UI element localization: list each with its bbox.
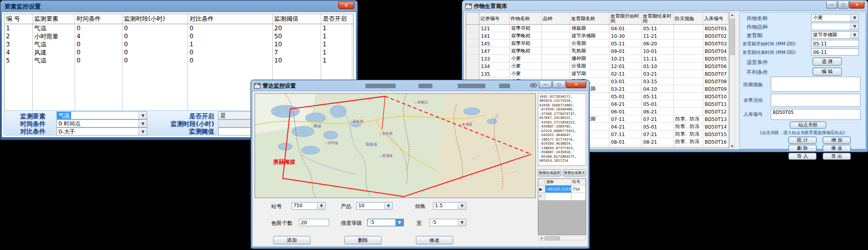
cell[interactable]: 04-21 [609,123,642,131]
cell[interactable]: 10 [273,40,321,48]
table-row[interactable]: 135小麦拔节期02-1103-21BD50T07 [466,70,729,78]
coordinates-textarea[interactable]: 3491.0172034571, 905914.13175410, 63458.… [538,93,586,166]
chevron-down-icon[interactable]: ▼ [139,112,147,119]
chevron-down-icon[interactable]: ▼ [458,203,466,209]
cell[interactable]: 750 [572,185,586,193]
cell[interactable]: 拔节期 [570,70,609,78]
cell[interactable]: 50 [273,32,321,40]
add-button[interactable]: 添加 [273,236,311,244]
cell[interactable] [674,32,703,40]
cell[interactable] [466,62,479,70]
cell[interactable]: 气温 [33,56,75,65]
table-row[interactable]: * [538,193,586,201]
cell[interactable]: BD50T12 [703,108,728,115]
cell[interactable]: 0 [122,24,188,32]
cell[interactable] [545,193,572,201]
cell[interactable]: BD50T06 [703,62,728,70]
cell[interactable]: BD50T08 [703,78,728,85]
record-id-input[interactable]: BD50T05 [771,109,860,120]
cell[interactable]: 06-01 [609,108,642,115]
cell[interactable]: 08-21 [642,138,674,146]
cell[interactable]: BD50T01 [703,25,728,32]
cell[interactable]: 气温 [33,40,75,48]
cell[interactable]: 11-21 [642,32,674,40]
scroll-up-icon[interactable]: ▲ [730,13,734,18]
cell[interactable]: BD50T03 [703,40,728,47]
cell[interactable]: 防寒、防冻 [674,123,703,131]
maximize-button[interactable]: ▢ [838,2,849,9]
cell[interactable] [542,25,570,32]
cell[interactable]: 气温 [33,24,75,32]
stat-button[interactable]: 统 计 [788,137,817,144]
header-row[interactable]: 坐标站号 [538,179,586,185]
intensity-combo[interactable]: -5 ▼ [367,219,404,226]
cell[interactable]: 分蘖期 [570,62,609,70]
cell[interactable]: 5 [5,56,33,65]
title-bar[interactable]: 作物生育期库 — ▢ ✕ [463,2,866,11]
cell[interactable]: 防寒、防冻 [674,138,703,146]
cell[interactable]: BD50T15 [703,131,728,138]
table-row[interactable]: 133小麦播种期10-2111-11BD50T05 [466,55,729,62]
cell[interactable]: 03-21 [642,70,674,78]
element-combo[interactable]: 气温 ▼ [56,111,147,119]
cell[interactable]: BD50T09 [703,85,728,93]
cell[interactable]: 2 [5,32,33,40]
cell[interactable]: 05-11 [642,93,674,100]
cell[interactable]: 07-11 [609,131,642,138]
station-link-button[interactable]: 站点关联 [790,121,826,129]
cell[interactable]: 乳熟期 [570,47,609,55]
chevron-down-icon[interactable]: ▼ [395,219,403,226]
cell[interactable]: 20 [273,24,321,32]
cell[interactable] [542,55,570,62]
cell[interactable] [674,100,703,108]
modify-button[interactable]: 修改 [416,236,453,244]
stage-combo[interactable]: 拔节孕穗期 ▼ [811,31,859,39]
column-header[interactable]: 监测要素 [33,14,75,24]
warning-area-select-button[interactable]: 预警区域选择 [538,169,561,176]
map-canvas[interactable]: 美丽海拔富水湖金牛镇排市镇龙港镇黄颡口木港镇阳新县网湖 [255,93,536,198]
cell[interactable] [466,70,479,78]
cell[interactable]: 4 [5,48,33,56]
modify-button[interactable]: 修 改 [823,145,851,152]
cell[interactable]: 播种期 [570,55,609,62]
cell[interactable] [466,32,479,40]
time-combo[interactable]: 0 时间点 ▼ [56,119,147,128]
maximize-button[interactable]: ▢ [552,81,566,88]
column-header[interactable]: 编 号 [5,14,33,24]
cell[interactable]: 双季早稻 [510,25,542,32]
column-header[interactable]: 发育期结束时间 [642,13,674,25]
title-bar[interactable]: 雷达监控设置 — ▢ ✕ [252,81,588,91]
cell[interactable]: 134 [479,62,510,70]
cell[interactable]: 0 [188,56,273,65]
cell[interactable]: 09-01 [609,47,642,55]
cell[interactable]: 分蘖期 [570,40,609,47]
cell[interactable]: 10-21 [609,55,642,62]
warning-area-show-button[interactable]: 预警区域显示 [563,169,586,176]
column-header[interactable]: 对比条件 [188,14,273,24]
cell[interactable]: 7 [273,48,321,56]
cell[interactable]: 小麦 [510,62,542,70]
activity-textarea[interactable] [771,94,860,107]
cell[interactable]: 06-20 [642,40,674,47]
table-row[interactable]: 2小时雨量400501 [5,32,353,40]
cell[interactable] [542,62,570,70]
cell[interactable]: 1 [321,48,352,56]
chevron-down-icon[interactable]: ▼ [850,15,858,21]
cell[interactable]: 04-21 [609,100,642,108]
cell[interactable]: 1 [321,32,352,40]
cell[interactable] [674,55,703,62]
cell[interactable]: 0 [75,56,122,65]
cell[interactable]: BD50T16 [703,138,728,146]
header-row[interactable]: 记录编号作物名称品种发育期名称发育期开始时间发育期结束时间防灾措施入库编号 [466,13,729,25]
chevron-down-icon[interactable]: ▼ [139,120,147,127]
cell[interactable]: * [538,193,545,201]
cell[interactable]: 02-11 [609,70,642,78]
cell[interactable]: 风速 [33,48,75,56]
cell[interactable]: 11-11 [642,55,674,62]
cell[interactable]: 05-11 [609,40,642,47]
close-button[interactable]: ✕ [338,2,354,9]
cell[interactable]: BD50T04 [703,47,728,55]
start-time-input[interactable]: 05-11 [811,40,859,47]
cell[interactable] [542,40,570,47]
cell[interactable]: 0 [188,48,273,56]
